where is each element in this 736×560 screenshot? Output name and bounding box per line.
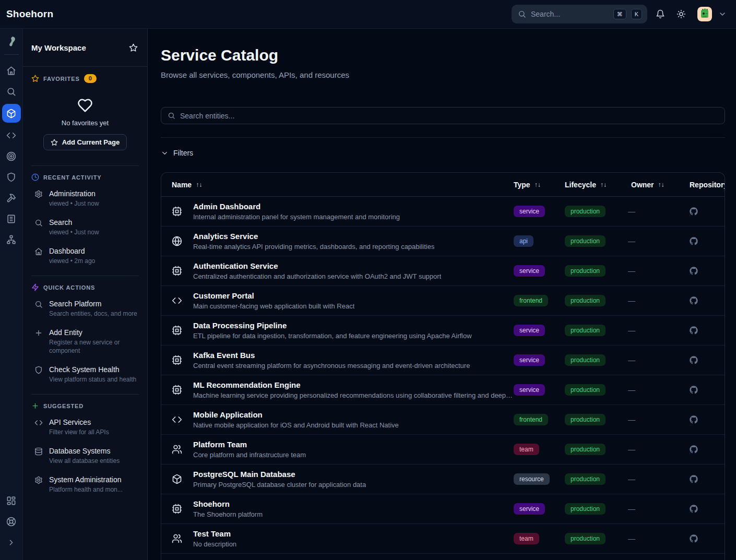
- recent-item-administration[interactable]: Administration viewed • Just now: [31, 184, 139, 213]
- filters-toggle[interactable]: Filters: [161, 149, 193, 157]
- recent-activity-section: RECENT ACTIVITY Administration viewed • …: [23, 166, 147, 276]
- rail-item-catalog[interactable]: [2, 104, 21, 123]
- rail-item-search[interactable]: [3, 83, 20, 100]
- table-row-partial: [161, 554, 725, 560]
- rail-item-org[interactable]: [3, 231, 20, 248]
- rail-item-security[interactable]: [3, 169, 20, 185]
- github-icon[interactable]: [690, 505, 725, 513]
- rail-item-docs[interactable]: [3, 210, 20, 227]
- owner-value: —: [624, 415, 683, 424]
- table-row[interactable]: Data Processing Pipeline ETL pipeline fo…: [161, 316, 725, 345]
- global-search-placeholder: Search...: [531, 10, 609, 18]
- rail-item-dashboard-grid[interactable]: [3, 492, 20, 509]
- entity-name: Platform Team: [193, 439, 306, 449]
- rail-item-home[interactable]: [3, 62, 20, 79]
- recent-item-dashboard[interactable]: Dashboard viewed • 2m ago: [31, 242, 139, 270]
- cpu-icon: [172, 385, 182, 395]
- entity-name: Authentication Service: [193, 261, 441, 271]
- rail-item-apis[interactable]: [3, 127, 20, 144]
- sun-icon: [676, 9, 686, 19]
- github-icon[interactable]: [690, 475, 725, 483]
- github-icon[interactable]: [690, 237, 725, 245]
- users-icon: [172, 444, 182, 455]
- entity-name: Shoehorn: [193, 499, 263, 509]
- quick-action-search-platform[interactable]: Search Platform Search entities, docs, a…: [31, 294, 139, 323]
- cpu-icon: [172, 355, 182, 365]
- rail-item-tracking[interactable]: [3, 148, 20, 164]
- sort-name-button[interactable]: ↑↓: [196, 181, 202, 188]
- suggested-item-api-services[interactable]: API Services Filter view for all APIs: [31, 413, 139, 442]
- table-row[interactable]: Platform Team Core platform and infrastr…: [161, 435, 725, 464]
- notifications-button[interactable]: [652, 6, 668, 22]
- users-icon: [172, 533, 182, 544]
- clock-icon: [31, 173, 39, 181]
- github-icon[interactable]: [690, 207, 725, 216]
- table-row[interactable]: Admin Dashboard Internal administration …: [161, 197, 725, 227]
- life-buoy-icon: [6, 517, 16, 527]
- entity-description: The Shoehorn platform: [193, 510, 263, 519]
- entity-search-input[interactable]: [180, 112, 718, 120]
- recent-item-title: Dashboard: [49, 246, 95, 256]
- github-icon[interactable]: [690, 296, 725, 305]
- page-title: Service Catalog: [161, 46, 725, 65]
- recent-item-search[interactable]: Search viewed • Just now: [31, 213, 139, 242]
- recent-activity-header: RECENT ACTIVITY: [43, 174, 102, 181]
- suggested-section: SUGGESTED API Services Filter view for a…: [23, 395, 147, 499]
- github-icon[interactable]: [690, 386, 725, 394]
- add-current-page-label: Add Current Page: [62, 138, 120, 146]
- github-icon[interactable]: [690, 267, 725, 275]
- table-row[interactable]: PostgreSQL Main Database Primary Postgre…: [161, 464, 725, 494]
- favorites-count-badge: 0: [84, 74, 97, 83]
- lifecycle-badge: production: [565, 354, 606, 366]
- plus-icon: [34, 329, 43, 355]
- table-row[interactable]: Kafka Event Bus Central event streaming …: [161, 345, 725, 375]
- sort-type-button[interactable]: ↑↓: [535, 181, 541, 188]
- shield-icon: [34, 366, 43, 384]
- table-header-row: Name↑↓ Type↑↓ Lifecycle↑↓ Owner↑↓ Reposi…: [161, 173, 725, 197]
- rail-item-tools[interactable]: [3, 189, 20, 206]
- quick-action-check-system-health[interactable]: Check System Health View platform status…: [31, 360, 139, 389]
- favorites-header: FAVORITES: [43, 76, 80, 82]
- code-icon: [172, 414, 182, 425]
- workspace-star-button[interactable]: [128, 42, 139, 53]
- table-row[interactable]: Authentication Service Centralized authe…: [161, 256, 725, 286]
- quick-action-desc: View platform status and health: [49, 375, 136, 384]
- theme-toggle-button[interactable]: [673, 6, 689, 22]
- suggested-item-database-systems[interactable]: Database Systems View all database entit…: [31, 442, 139, 470]
- kbd-meta: ⌘: [613, 9, 626, 19]
- sort-owner-button[interactable]: ↑↓: [658, 181, 664, 188]
- rail-expand-button[interactable]: [3, 534, 20, 551]
- cpu-icon: [172, 266, 182, 276]
- global-search[interactable]: Search... ⌘ K: [512, 5, 647, 23]
- entity-name: Data Processing Pipeline: [193, 320, 472, 330]
- plus-icon: [31, 402, 39, 410]
- suggested-item-system-administration[interactable]: System Administration Platform health an…: [31, 470, 139, 499]
- github-icon[interactable]: [690, 534, 725, 543]
- github-icon[interactable]: [690, 326, 725, 335]
- table-row[interactable]: Shoehorn The Shoehorn platform service p…: [161, 494, 725, 524]
- quick-action-title: Search Platform: [49, 299, 137, 308]
- cpu-icon: [172, 504, 182, 514]
- quick-actions-header: QUICK ACTIONS: [43, 284, 95, 291]
- add-current-page-button[interactable]: Add Current Page: [43, 134, 127, 150]
- table-row[interactable]: Mobile Application Native mobile applica…: [161, 405, 725, 435]
- search-icon: [6, 87, 16, 97]
- column-header-lifecycle: Lifecycle: [565, 181, 596, 189]
- quick-action-title: Check System Health: [49, 365, 136, 374]
- quick-action-add-entity[interactable]: Add Entity Register a new service or com…: [31, 323, 139, 360]
- kbd-k: K: [631, 9, 642, 19]
- owner-value: —: [624, 386, 683, 394]
- table-row[interactable]: Customer Portal Main customer-facing web…: [161, 286, 725, 316]
- github-icon[interactable]: [690, 415, 725, 424]
- table-row[interactable]: ML Recommendation Engine Machine learnin…: [161, 375, 725, 405]
- avatar[interactable]: [697, 7, 712, 21]
- github-icon[interactable]: [690, 356, 725, 364]
- user-menu-chevron[interactable]: [717, 9, 728, 19]
- workspace-header: My Workspace: [23, 29, 147, 67]
- sort-lifecycle-button[interactable]: ↑↓: [600, 181, 607, 188]
- github-icon[interactable]: [690, 445, 725, 454]
- rail-item-help[interactable]: [3, 513, 20, 530]
- table-row[interactable]: Analytics Service Real-time analytics AP…: [161, 227, 725, 256]
- table-row[interactable]: Test Team No description team production…: [161, 524, 725, 554]
- type-badge: api: [514, 235, 533, 247]
